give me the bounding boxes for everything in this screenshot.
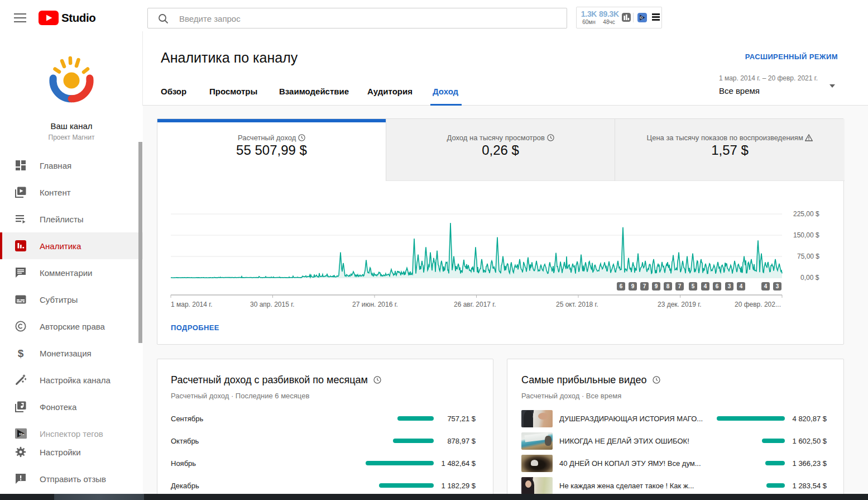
- svg-text:$: $: [18, 347, 24, 359]
- svg-text:Studio: Studio: [61, 11, 95, 24]
- svg-text:10+: 10+: [19, 432, 24, 436]
